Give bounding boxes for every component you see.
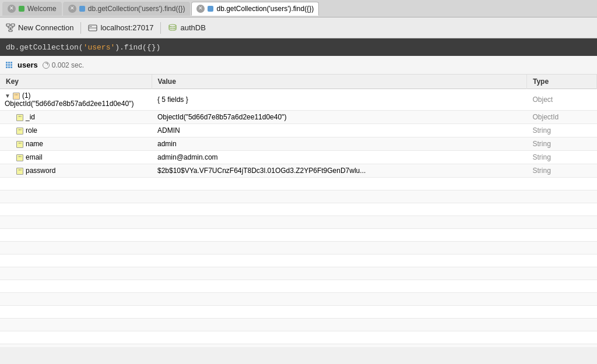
empty-cell — [0, 190, 152, 203]
toolbar-sep-2 — [160, 22, 161, 34]
tab-label-query1: db.getCollection('users').find({}) — [88, 5, 185, 13]
empty-cell — [0, 203, 152, 216]
time-value: 0.002 sec. — [52, 61, 84, 69]
key-icon: "" — [16, 154, 23, 161]
content-area[interactable]: Key Value Type ▼""(1) ObjectId("5d66d7e8… — [0, 75, 597, 347]
table-row[interactable]: ""_idObjectId("5d66d7e8b57a6d2ee11d0e40"… — [0, 111, 597, 124]
toolbar: New Connection localhost:27017 authDB — [0, 17, 597, 38]
collection-name: users — [17, 61, 38, 69]
empty-cell — [527, 267, 597, 280]
toolbar-connection[interactable]: New Connection — [6, 23, 73, 33]
empty-cell — [152, 190, 527, 203]
empty-cell — [0, 178, 152, 190]
empty-row — [0, 319, 597, 331]
cell-value: admin@admin.com — [152, 151, 527, 164]
results-header: users 0.002 sec. — [0, 56, 597, 75]
empty-cell — [152, 267, 527, 280]
tab-close-query2[interactable]: ✕ — [196, 5, 205, 13]
svg-rect-6 — [9, 30, 12, 31]
svg-point-10 — [91, 26, 92, 27]
cell-type: ObjectId — [527, 111, 597, 124]
cell-value: { 5 fields } — [152, 89, 527, 111]
cell-type: String — [527, 124, 597, 137]
empty-cell — [527, 319, 597, 331]
table-row[interactable]: ▼""(1) ObjectId("5d66d7e8b57a6d2ee11d0e4… — [0, 89, 597, 111]
table-row[interactable]: ""roleADMINString — [0, 124, 597, 137]
empty-cell — [0, 229, 152, 242]
empty-cell — [527, 216, 597, 229]
empty-row — [0, 344, 597, 348]
tab-query2[interactable]: ✕ db.getCollection('users').find({}) — [191, 2, 319, 16]
empty-cell — [0, 306, 152, 319]
empty-cell — [527, 178, 597, 190]
table-row[interactable]: ""nameadminString — [0, 137, 597, 151]
toolbar-db[interactable]: authDB — [168, 23, 205, 33]
empty-row — [0, 267, 597, 280]
host-label: localhost:27017 — [100, 23, 153, 32]
tab-close-welcome[interactable]: ✕ — [8, 5, 16, 13]
tab-icon-welcome — [19, 6, 24, 12]
table-row[interactable]: ""emailadmin@admin.comString — [0, 151, 597, 164]
empty-cell — [0, 216, 152, 229]
tab-close-query1[interactable]: ✕ — [68, 5, 76, 13]
empty-row — [0, 203, 597, 216]
empty-cell — [0, 344, 152, 348]
empty-cell — [527, 255, 597, 267]
empty-row — [0, 293, 597, 306]
tab-icon-query1 — [79, 6, 85, 12]
collection-icon — [6, 62, 13, 69]
cell-type: String — [527, 164, 597, 178]
cell-type: Object — [527, 89, 597, 111]
svg-point-9 — [90, 26, 91, 27]
cell-value: $2b$10$VYa.VF7UCnzF64jT8Dc3l.01OGd3.Z2YP… — [152, 164, 527, 178]
empty-row — [0, 331, 597, 344]
empty-cell — [527, 203, 597, 216]
connection-icon — [6, 23, 15, 33]
tab-welcome[interactable]: ✕ Welcome — [2, 2, 62, 16]
key-icon: "" — [16, 168, 23, 175]
empty-row — [0, 178, 597, 190]
empty-cell — [527, 306, 597, 319]
col-header-key: Key — [0, 75, 152, 89]
empty-cell — [0, 293, 152, 306]
empty-cell — [527, 344, 597, 348]
empty-cell — [527, 293, 597, 306]
empty-cell — [152, 344, 527, 348]
key-text: (1) ObjectId("5d66d7e8b57a6d2ee11d0e40") — [5, 91, 134, 108]
cell-key: ""password — [0, 164, 152, 178]
empty-row — [0, 242, 597, 255]
cell-key: ▼""(1) ObjectId("5d66d7e8b57a6d2ee11d0e4… — [0, 89, 152, 111]
expand-arrow[interactable]: ▼ — [5, 93, 10, 99]
empty-cell — [152, 229, 527, 242]
empty-cell — [152, 319, 527, 331]
empty-cell — [527, 190, 597, 203]
empty-cell — [152, 255, 527, 267]
empty-cell — [152, 242, 527, 255]
db-label: authDB — [180, 23, 205, 32]
query-text: db.getCollection('users').find({}) — [6, 43, 160, 52]
empty-row — [0, 190, 597, 203]
empty-cell — [527, 229, 597, 242]
cell-key: ""email — [0, 151, 152, 164]
empty-cell — [0, 255, 152, 267]
cell-type: String — [527, 151, 597, 164]
tab-query1[interactable]: ✕ db.getCollection('users').find({}) — [63, 2, 191, 16]
toolbar-host[interactable]: localhost:27017 — [88, 23, 153, 33]
table-row[interactable]: ""password$2b$10$VYa.VF7UCnzF64jT8Dc3l.0… — [0, 164, 597, 178]
clock-icon — [43, 62, 50, 69]
col-header-value: Value — [152, 75, 527, 89]
empty-row — [0, 216, 597, 229]
empty-cell — [0, 267, 152, 280]
empty-row — [0, 280, 597, 293]
empty-row — [0, 306, 597, 319]
db-icon — [168, 23, 177, 33]
key-text: password — [26, 167, 55, 175]
empty-cell — [152, 216, 527, 229]
cell-key: ""_id — [0, 111, 152, 124]
empty-cell — [527, 242, 597, 255]
key-text: name — [26, 140, 43, 148]
toolbar-sep-1 — [80, 22, 81, 34]
svg-rect-0 — [6, 24, 10, 26]
tab-label-welcome: Welcome — [27, 5, 57, 13]
empty-cell — [0, 319, 152, 331]
